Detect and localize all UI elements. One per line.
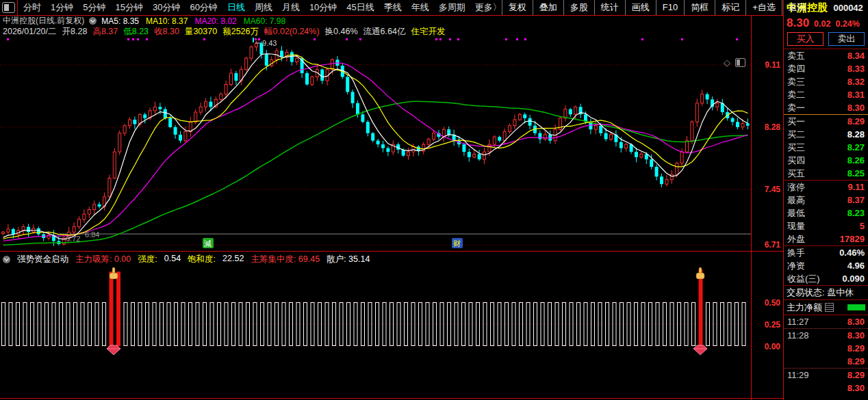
quote-row-买五[interactable]: 买五8.25 (784, 167, 868, 180)
quote-value: 8.25 (847, 167, 865, 180)
menu-item-45日线[interactable]: 45日线 (346, 1, 374, 14)
quote-value: 8.34 (847, 49, 865, 62)
trade-status: 交易状态: 盘中休 (784, 286, 868, 300)
text-segment: 高8.37 (92, 26, 118, 38)
svg-text:财: 财 (453, 239, 461, 248)
hand-signal-icon (110, 267, 118, 279)
quote-row-买二[interactable]: 买二8.28 (784, 128, 868, 141)
buy-button[interactable]: 买入 (787, 32, 824, 46)
chevron-down-icon[interactable] (3, 256, 10, 263)
toolbar-button-+自选[interactable]: +自选 (745, 0, 782, 15)
toolbar-button-统计[interactable]: 统计 (594, 0, 625, 15)
text-segment: 额2526万 (222, 26, 259, 38)
panel-separator (0, 251, 783, 252)
stat-label: 最高 (787, 194, 805, 206)
split-window-icon[interactable] (735, 58, 745, 67)
text-segment: 强势资金启动 (17, 254, 68, 265)
indicator-values: 强势资金启动主力吸筹: 0.00强度:0.54饱和度:22.52主筹集中度: 6… (17, 254, 370, 265)
menu-item-15分钟[interactable]: 15分钟 (115, 1, 142, 14)
quote-row-卖一[interactable]: 卖一8.30 (784, 101, 868, 115)
sell-button[interactable]: 卖出 (828, 32, 865, 46)
list-icon[interactable] (825, 303, 834, 312)
diamond-marker-icon[interactable]: ◇ (724, 57, 730, 68)
text-segment: MA10: 8.37 (146, 16, 188, 26)
daily-quote-line: 2026/01/20/二开8.28高8.37低8.23收8.30量30370额2… (0, 26, 783, 37)
text-segment: 22.52 (222, 254, 244, 265)
quote-row-买四[interactable]: 买四8.26 (784, 154, 868, 167)
menu-item-年线[interactable]: 年线 (411, 1, 429, 14)
menu-item-60分钟[interactable]: 60分钟 (190, 1, 217, 14)
text-segment: 0.54 (164, 254, 181, 265)
diamond-signal-icon (693, 345, 707, 355)
quote-label: 卖四 (787, 62, 805, 75)
candlestick-chart[interactable]: 9.436.726.84減财 ◇ (0, 37, 751, 251)
stat-row-最高: 最高8.37 (784, 194, 868, 206)
svg-text:9.43: 9.43 (262, 39, 277, 47)
order-book[interactable]: 卖五8.34卖四8.33卖三8.32卖二8.31卖一8.30买一8.29买二8.… (784, 49, 868, 181)
window-layout-icon[interactable] (2, 2, 15, 13)
quote-row-卖二[interactable]: 卖二8.31 (784, 88, 868, 101)
menu-item-多周期[interactable]: 多周期 (439, 1, 465, 14)
quote-row-卖四[interactable]: 卖四8.33 (784, 62, 868, 75)
axis-label-9.11: 9.11 (765, 60, 780, 70)
stat-value: 8.37 (847, 194, 865, 206)
stat-label: 现量 (787, 219, 805, 232)
main-force-bar (847, 304, 865, 310)
tick-list[interactable]: 11:278.3011:288.308.298.2911:298.298.30 (784, 315, 868, 395)
quote-label: 买三 (787, 141, 805, 154)
stat-value: 8.23 (847, 206, 865, 219)
text-segment: 幅0.02(0.24%) (264, 26, 320, 38)
quote-label: 买四 (787, 154, 805, 167)
toolbar-button-简框[interactable]: 简框 (684, 0, 715, 15)
text-segment: 2026/01/20/二 (3, 26, 57, 38)
quote-row-卖三[interactable]: 卖三8.32 (784, 75, 868, 88)
toolbar-button-多股[interactable]: 多股 (563, 0, 594, 15)
stat-row-收益(三): 收益(三)0.090 (784, 272, 868, 285)
stat-label: 收益(三) (787, 272, 820, 285)
menu-item-10分钟[interactable]: 10分钟 (309, 1, 337, 14)
tick-row: 11:278.30 (784, 315, 868, 328)
period-menu: 分时1分钟5分钟15分钟30分钟60分钟日线周线月线10分钟45日线季线年线多周… (18, 1, 502, 14)
axis-label-0.25: 0.25 (765, 320, 780, 330)
text-segment: 散户: 35.14 (327, 254, 370, 265)
menu-item-30分钟[interactable]: 30分钟 (153, 1, 180, 14)
text-segment: 主力吸筹: 0.00 (75, 254, 131, 265)
toolbar-button-叠加[interactable]: 叠加 (533, 0, 563, 15)
menu-item-季线[interactable]: 季线 (384, 1, 402, 14)
toolbar-button-返回[interactable]: 返回 (782, 0, 813, 15)
stat-value: 9.11 (847, 181, 865, 194)
quote-row-买三[interactable]: 买三8.27 (784, 141, 868, 154)
text-segment: 饱和度: (188, 254, 216, 265)
toolbar-button-画线[interactable]: 画线 (625, 0, 656, 15)
quote-value: 8.28 (847, 128, 865, 141)
quote-value: 8.30 (847, 101, 865, 114)
menu-item-周线[interactable]: 周线 (255, 1, 272, 14)
tick-row: 8.29 (784, 342, 868, 355)
svg-text:減: 減 (203, 239, 212, 248)
indicator-panel[interactable]: 强势资金启动主力吸筹: 0.00强度:0.54饱和度:22.52主筹集中度: 6… (0, 251, 783, 400)
toolbar-button-复权[interactable]: 复权 (502, 0, 533, 15)
menu-item-分时[interactable]: 分时 (23, 1, 41, 14)
stat-label: 最低 (787, 206, 805, 219)
svg-text:6.72: 6.72 (66, 235, 80, 243)
tick-price: 8.30 (847, 329, 865, 342)
tick-row: 8.29 (784, 355, 868, 368)
price-change: 0.02 (814, 19, 830, 29)
axis-label-6.71: 6.71 (765, 240, 780, 250)
tick-time: 11:29 (787, 369, 809, 382)
tick-price: 8.30 (847, 315, 865, 328)
toolbar-button-标记[interactable]: 标记 (715, 0, 745, 15)
quote-row-买一[interactable]: 买一8.29 (784, 115, 868, 128)
toolbar-button-F10[interactable]: F10 (656, 0, 684, 15)
quote-row-卖五[interactable]: 卖五8.34 (784, 49, 868, 62)
menu-item-1分钟[interactable]: 1分钟 (51, 1, 73, 14)
menu-item-5分钟[interactable]: 5分钟 (83, 1, 105, 14)
text-segment: 流通6.64亿 (363, 26, 406, 38)
main-force-row[interactable]: 主力净额 (784, 300, 868, 315)
axis-label-7.45: 7.45 (765, 185, 780, 194)
quote-label: 卖三 (787, 75, 805, 88)
chevron-down-icon[interactable] (89, 17, 97, 25)
menu-item-日线[interactable]: 日线 (227, 1, 245, 14)
menu-item-月线[interactable]: 月线 (282, 1, 300, 14)
menu-item-更多〉[interactable]: 更多〉 (475, 1, 502, 14)
